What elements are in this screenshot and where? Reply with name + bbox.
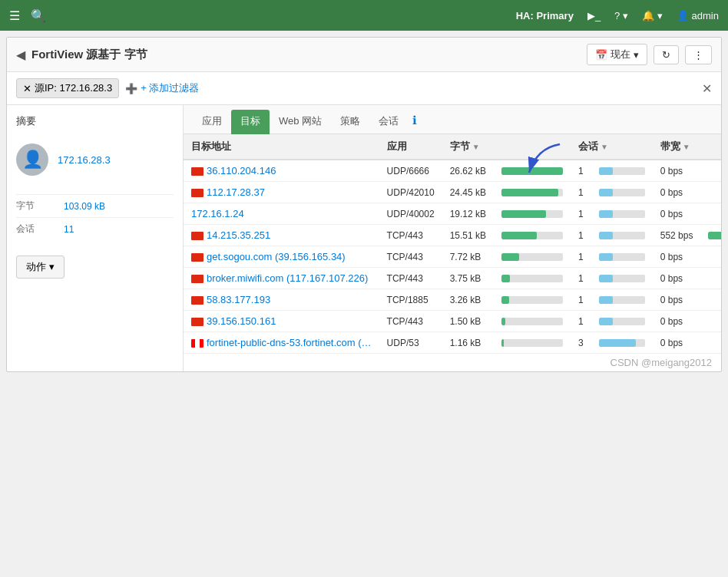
th-bytes[interactable]: 字节 ▼ <box>442 134 571 160</box>
bell-btn[interactable]: 🔔 ▾ <box>642 10 663 21</box>
cell-bw-val: 552 bps <box>653 225 701 246</box>
cell-bw-val: 0 bps <box>653 332 701 354</box>
tab-app[interactable]: 应用 <box>193 110 231 134</box>
summary-profile: 👤 172.16.28.3 <box>16 137 174 182</box>
cell-ip[interactable]: fortinet-public-dns-53.fortinet.com (… <box>184 332 379 354</box>
tab-session[interactable]: 会话 <box>369 110 408 134</box>
avatar: 👤 <box>16 143 48 176</box>
user-icon: 👤 <box>22 150 43 170</box>
cell-bytes-val: 7.72 kB <box>442 246 494 268</box>
page-title: FortiView 源基于 字节 <box>31 48 147 62</box>
search-icon[interactable]: 🔍 <box>31 8 46 23</box>
cell-bytes-bar <box>494 160 571 182</box>
cell-ip[interactable]: 112.17.28.37 <box>184 182 379 203</box>
cell-sess-val: 1 <box>571 225 591 246</box>
table-row: 39.156.150.161 TCP/443 1.50 kB 1 0 bps <box>184 311 721 332</box>
filter-tag-close-icon[interactable]: ✕ <box>23 83 31 94</box>
cell-app: TCP/443 <box>379 268 442 289</box>
refresh-button[interactable]: ↻ <box>654 45 679 64</box>
info-icon[interactable]: ℹ <box>412 114 417 127</box>
hamburger-icon[interactable]: ☰ <box>9 8 20 23</box>
summary-stats: 字节 103.09 kB 会话 11 <box>16 194 174 240</box>
tab-policy[interactable]: 策略 <box>331 110 369 134</box>
table-row: 172.16.1.24 UDP/40002 19.12 kB 1 0 bps <box>184 203 721 225</box>
th-bandwidth[interactable]: 带宽 ▼ <box>653 134 721 160</box>
cell-bytes-val: 1.50 kB <box>442 311 494 332</box>
cell-bw-bar <box>700 289 721 311</box>
cell-bw-bar <box>700 246 721 268</box>
more-button[interactable]: ⋮ <box>685 45 712 64</box>
back-button[interactable]: ◀ <box>16 48 25 62</box>
sessions-label: 会话 <box>16 223 55 236</box>
data-table: 目标地址 应用 字节 ▼ 会话 ▼ 带宽 ▼ 36.110.204.146 UD… <box>184 134 721 354</box>
tab-target[interactable]: 目标 <box>231 110 270 134</box>
summary-title: 摘要 <box>16 114 174 128</box>
cell-bytes-bar <box>494 311 571 332</box>
cell-bytes-bar <box>494 289 571 311</box>
help-btn[interactable]: ? ▾ <box>614 10 628 21</box>
action-button[interactable]: 动作 ▾ <box>16 256 65 279</box>
table-row: fortinet-public-dns-53.fortinet.com (… U… <box>184 332 721 354</box>
profile-ip[interactable]: 172.16.28.3 <box>58 154 111 166</box>
cell-sess-bar <box>591 182 653 203</box>
table-row: 14.215.35.251 TCP/443 15.51 kB 1 552 bps <box>184 225 721 246</box>
cell-bytes-bar <box>494 182 571 203</box>
cell-bytes-val: 3.75 kB <box>442 268 494 289</box>
cell-bytes-bar <box>494 203 571 225</box>
cell-sess-val: 1 <box>571 160 591 182</box>
plus-icon: ➕ <box>125 83 137 94</box>
th-sessions[interactable]: 会话 ▼ <box>571 134 653 160</box>
th-app[interactable]: 应用 <box>379 134 442 160</box>
page-header-right: 📅 现在 ▾ ↻ ⋮ <box>587 44 712 65</box>
admin-btn[interactable]: 👤 admin <box>677 10 719 21</box>
cell-app: UDP/53 <box>379 332 442 354</box>
cell-bw-bar <box>700 225 721 246</box>
cell-app: TCP/443 <box>379 246 442 268</box>
cell-bw-val: 0 bps <box>653 268 701 289</box>
add-filter-button[interactable]: ➕ + 添加过滤器 <box>125 81 199 95</box>
filter-tag-source-ip[interactable]: ✕ 源IP: 172.16.28.3 <box>16 78 119 98</box>
cell-bw-val: 0 bps <box>653 246 701 268</box>
bytes-value: 103.09 kB <box>64 201 105 212</box>
cell-bytes-val: 15.51 kB <box>442 225 494 246</box>
cell-bytes-val: 19.12 kB <box>442 203 494 225</box>
cell-sess-bar <box>591 311 653 332</box>
cell-ip[interactable]: 58.83.177.193 <box>184 289 379 311</box>
terminal-btn[interactable]: ▶_ <box>587 10 601 21</box>
cell-bytes-val: 3.26 kB <box>442 289 494 311</box>
cell-bw-bar <box>700 268 721 289</box>
watermark: CSDN @meigang2012 <box>184 354 721 371</box>
cell-ip[interactable]: 36.110.204.146 <box>184 160 379 182</box>
cell-app: TCP/1885 <box>379 289 442 311</box>
cell-ip[interactable]: broker.miwifi.com (117.167.107.226) <box>184 268 379 289</box>
cell-sess-bar <box>591 246 653 268</box>
table-row: 36.110.204.146 UDP/6666 26.62 kB 1 0 bps <box>184 160 721 182</box>
cell-bytes-val: 24.45 kB <box>442 182 494 203</box>
nav-left: ☰ 🔍 <box>9 8 46 23</box>
th-target-address[interactable]: 目标地址 <box>184 134 379 160</box>
cell-ip[interactable]: get.sogou.com (39.156.165.34) <box>184 246 379 268</box>
cell-bytes-bar <box>494 246 571 268</box>
cell-sess-val: 1 <box>571 289 591 311</box>
page-header-left: ◀ FortiView 源基于 字节 <box>16 48 147 62</box>
cell-sess-val: 1 <box>571 311 591 332</box>
cell-ip[interactable]: 14.215.35.251 <box>184 225 379 246</box>
cell-sess-bar <box>591 225 653 246</box>
filter-clear-button[interactable]: ✕ <box>702 81 712 96</box>
stat-bytes: 字节 103.09 kB <box>16 194 174 217</box>
cell-bytes-bar <box>494 332 571 354</box>
cell-sess-bar <box>591 268 653 289</box>
tabs-bar: 应用 目标 Web 网站 策略 会话 ℹ <box>184 105 721 134</box>
cell-ip[interactable]: 39.156.150.161 <box>184 311 379 332</box>
cell-app: UDP/6666 <box>379 160 442 182</box>
cell-ip[interactable]: 172.16.1.24 <box>184 203 379 225</box>
cell-sess-bar <box>591 289 653 311</box>
cell-bw-val: 0 bps <box>653 182 701 203</box>
top-navbar: ☰ 🔍 HA: Primary ▶_ ? ▾ 🔔 ▾ 👤 admin <box>0 0 728 31</box>
cell-sess-val: 1 <box>571 246 591 268</box>
tab-website[interactable]: Web 网站 <box>270 110 331 134</box>
now-button[interactable]: 📅 现在 ▾ <box>587 44 647 65</box>
cell-bw-val: 0 bps <box>653 160 701 182</box>
cell-sess-bar <box>591 203 653 225</box>
table-row: get.sogou.com (39.156.165.34) TCP/443 7.… <box>184 246 721 268</box>
